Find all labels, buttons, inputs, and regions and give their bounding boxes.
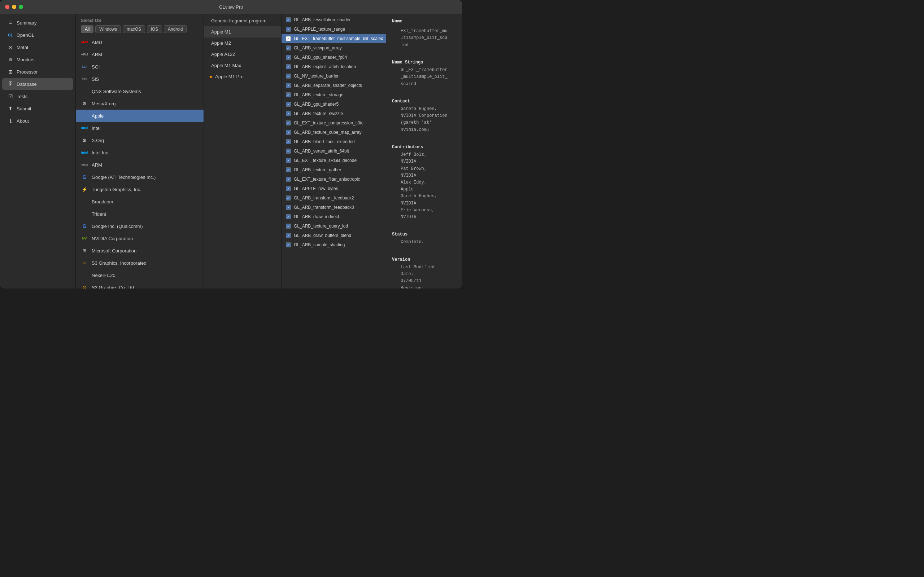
about-icon: ℹ bbox=[7, 118, 14, 124]
ext-item-tex-lod[interactable]: ✓ GL_ARB_texture_query_lod bbox=[281, 221, 386, 231]
vendor-item-mesa[interactable]: ⚙ Mesa/X.org bbox=[76, 97, 204, 110]
vendor-item-s3co[interactable]: S3 S3 Graphics Co. Ltd bbox=[76, 281, 204, 288]
ext-item-filt-aniso[interactable]: ✓ GL_EXT_texture_filter_anisotropic bbox=[281, 174, 386, 184]
sidebar-item-monitors[interactable]: 🖥 Monitors bbox=[2, 54, 73, 65]
vendor-item-microsoft[interactable]: ⊞ Microsoft Corporation bbox=[76, 245, 204, 257]
vendor-item-sis[interactable]: SiS SiS bbox=[76, 73, 204, 85]
ext-item-gather[interactable]: ✓ GL_ARB_texture_gather bbox=[281, 165, 386, 174]
vendor-item-sgi[interactable]: SGI SGI bbox=[76, 61, 204, 73]
gpu-item-generic[interactable]: Generic-fragment program bbox=[204, 15, 281, 26]
close-button[interactable] bbox=[5, 5, 10, 9]
ext-checkbox-srgb[interactable]: ✓ bbox=[286, 158, 291, 163]
ext-checkbox-blend-ext[interactable]: ✓ bbox=[286, 139, 291, 144]
ext-item-blend-ext[interactable]: ✓ GL_ARB_blend_func_extended bbox=[281, 137, 386, 147]
ext-item-fb-ms[interactable]: ✓ GL_EXT_framebuffer_multisample_blit_sc… bbox=[281, 34, 386, 43]
minimize-button[interactable] bbox=[12, 5, 16, 9]
ext-checkbox-vp-arr[interactable]: ✓ bbox=[286, 45, 291, 50]
ext-item-draw-indir[interactable]: ✓ GL_ARB_draw_indirect bbox=[281, 212, 386, 221]
vendor-item-arm2[interactable]: ARM ARM bbox=[76, 159, 204, 171]
ext-checkbox-va64[interactable]: ✓ bbox=[286, 148, 291, 154]
ext-item-tc-s3tc[interactable]: ✓ GL_EXT_texture_compression_s3tc bbox=[281, 118, 386, 128]
vendor-item-trident[interactable]: Trident bbox=[76, 208, 204, 220]
vendor-item-arm1[interactable]: ARM ARM bbox=[76, 48, 204, 61]
ext-item-cube-map[interactable]: ✓ GL_ARB_texture_cube_map_array bbox=[281, 128, 386, 137]
titlebar: GLview Pro bbox=[0, 0, 462, 14]
ext-item-gpu-fp64[interactable]: ✓ GL_ARB_gpu_shader_fp64 bbox=[281, 53, 386, 62]
ext-item-attrib-loc[interactable]: ✓ GL_ARB_explicit_attrib_location bbox=[281, 62, 386, 71]
vendor-item-intelinc[interactable]: Intel Intel Inc. bbox=[76, 147, 204, 159]
ext-item-xfb2[interactable]: ✓ GL_ARB_transform_feedback2 bbox=[281, 193, 386, 203]
maximize-button[interactable] bbox=[19, 5, 23, 9]
sidebar-item-processor[interactable]: ⊞ Processor bbox=[2, 66, 73, 77]
ext-item-tex-swiz[interactable]: ✓ GL_ARB_texture_swizzle bbox=[281, 109, 386, 118]
ext-item-samp-shad[interactable]: ✓ GL_ARB_sample_shading bbox=[281, 240, 386, 250]
ext-checkbox-tex-store[interactable]: ✓ bbox=[286, 92, 291, 97]
vendor-item-broadcom[interactable]: Broadcom bbox=[76, 195, 204, 208]
ext-item-srgb[interactable]: ✓ GL_EXT_texture_sRGB_decode bbox=[281, 156, 386, 165]
vendor-item-tungsten[interactable]: ⚡ Tungsten Graphics, Inc. bbox=[76, 183, 204, 195]
ext-item-xfb3[interactable]: ✓ GL_ARB_transform_feedback3 bbox=[281, 203, 386, 212]
vendor-item-xorg[interactable]: ⚙ X.Org bbox=[76, 134, 204, 147]
ext-checkbox-tex-swiz[interactable]: ✓ bbox=[286, 111, 291, 116]
os-filter-buttons: All Windows macOS iOS Android bbox=[81, 25, 199, 33]
gpu-item-a12z[interactable]: Apple A12Z bbox=[204, 49, 281, 60]
ext-checkbox-nv-barrier[interactable]: ✓ bbox=[286, 74, 291, 79]
gpu-item-m1max[interactable]: Apple M1 Max bbox=[204, 60, 281, 71]
ext-item-tess[interactable]: ✓ GL_ARB_tessellation_shader bbox=[281, 15, 386, 24]
sidebar-item-submit[interactable]: ⬆ Submit bbox=[2, 103, 73, 114]
ext-checkbox-filt-aniso[interactable]: ✓ bbox=[286, 177, 291, 182]
sidebar-item-opengl[interactable]: GL OpenGL bbox=[2, 29, 73, 41]
ext-checkbox-gpu-fp64[interactable]: ✓ bbox=[286, 55, 291, 60]
ext-checkbox-fb-ms[interactable]: ✓ bbox=[286, 36, 291, 41]
ext-item-tex-store[interactable]: ✓ GL_ARB_texture_storage bbox=[281, 90, 386, 100]
ext-item-sep-shader[interactable]: ✓ GL_ARB_separate_shader_objects bbox=[281, 81, 386, 90]
ext-checkbox-tex-range[interactable]: ✓ bbox=[286, 27, 291, 32]
ext-checkbox-xfb3[interactable]: ✓ bbox=[286, 205, 291, 210]
detail-version-value: Last ModifiedDate:07/05/11 Revision:8 bbox=[392, 264, 456, 288]
sidebar-item-database[interactable]: 🗄 Database bbox=[2, 78, 73, 90]
gpu-item-m2[interactable]: Apple M2 bbox=[204, 37, 281, 49]
sidebar-item-metal[interactable]: ⊠ Metal bbox=[2, 42, 73, 53]
ext-checkbox-xfb2[interactable]: ✓ bbox=[286, 195, 291, 200]
vendor-item-nvidia[interactable]: NV NVIDIA Corporation bbox=[76, 232, 204, 245]
sidebar-label-submit: Submit bbox=[16, 106, 31, 111]
os-filter-macos[interactable]: macOS bbox=[123, 25, 145, 33]
vendor-item-s3g[interactable]: S3 S3 Graphics, Incorporated bbox=[76, 257, 204, 269]
sidebar-item-tests[interactable]: ☑ Tests bbox=[2, 90, 73, 102]
os-filter-all[interactable]: All bbox=[81, 25, 94, 33]
ext-checkbox-draw-buf[interactable]: ✓ bbox=[286, 233, 291, 238]
ext-item-tex-range[interactable]: ✓ GL_APPLE_texture_range bbox=[281, 24, 386, 34]
gpu-item-m1[interactable]: Apple M1 bbox=[204, 26, 281, 37]
vendor-item-qnx[interactable]: QNX Software Systems bbox=[76, 85, 204, 97]
sidebar-item-summary[interactable]: ≡ Summary bbox=[2, 17, 73, 29]
ext-checkbox-draw-indir[interactable]: ✓ bbox=[286, 214, 291, 219]
os-filter-android[interactable]: Android bbox=[164, 25, 187, 33]
sidebar-item-about[interactable]: ℹ About bbox=[2, 115, 73, 127]
ext-checkbox-sep-shader[interactable]: ✓ bbox=[286, 83, 291, 88]
vendor-item-nexell[interactable]: Nexell-1.20 bbox=[76, 269, 204, 281]
vendor-item-google-ati[interactable]: G Google (ATI Technologies Inc.) bbox=[76, 171, 204, 183]
ext-item-row-bytes[interactable]: ✓ GL_APPLE_row_bytes bbox=[281, 184, 386, 193]
ext-checkbox-gather[interactable]: ✓ bbox=[286, 167, 291, 172]
os-filter-windows[interactable]: Windows bbox=[95, 25, 121, 33]
ext-item-nv-barrier[interactable]: ✓ GL_NV_texture_barrier bbox=[281, 71, 386, 81]
ext-checkbox-tex-lod[interactable]: ✓ bbox=[286, 224, 291, 229]
vendor-item-apple[interactable]: Apple bbox=[76, 110, 204, 122]
ext-item-gpu-5[interactable]: ✓ GL_ARB_gpu_shader5 bbox=[281, 100, 386, 109]
ext-item-va64[interactable]: ✓ GL_ARB_vertex_attrib_64bit bbox=[281, 147, 386, 156]
ext-checkbox-gpu-5[interactable]: ✓ bbox=[286, 102, 291, 107]
ext-checkbox-attrib-loc[interactable]: ✓ bbox=[286, 64, 291, 69]
ext-checkbox-tc-s3tc[interactable]: ✓ bbox=[286, 121, 291, 126]
vendor-item-google-q[interactable]: G Google Inc. (Qualcomm) bbox=[76, 220, 204, 232]
os-filter-ios[interactable]: iOS bbox=[147, 25, 162, 33]
ext-item-vp-arr[interactable]: ✓ GL_ARB_viewport_array bbox=[281, 43, 386, 53]
ext-checkbox-samp-shad[interactable]: ✓ bbox=[286, 242, 291, 247]
ext-item-draw-buf[interactable]: ✓ GL_ARB_draw_buffers_blend bbox=[281, 231, 386, 240]
gpu-item-m1pro[interactable]: ★ Apple M1 Pro bbox=[204, 71, 281, 82]
vendor-item-amd[interactable]: AMD AMD bbox=[76, 36, 204, 48]
arm2-icon: ARM bbox=[81, 161, 88, 168]
ext-checkbox-row-bytes[interactable]: ✓ bbox=[286, 186, 291, 191]
ext-checkbox-tess[interactable]: ✓ bbox=[286, 17, 291, 23]
ext-checkbox-cube-map[interactable]: ✓ bbox=[286, 130, 291, 135]
vendor-item-intel[interactable]: Intel Intel bbox=[76, 122, 204, 134]
